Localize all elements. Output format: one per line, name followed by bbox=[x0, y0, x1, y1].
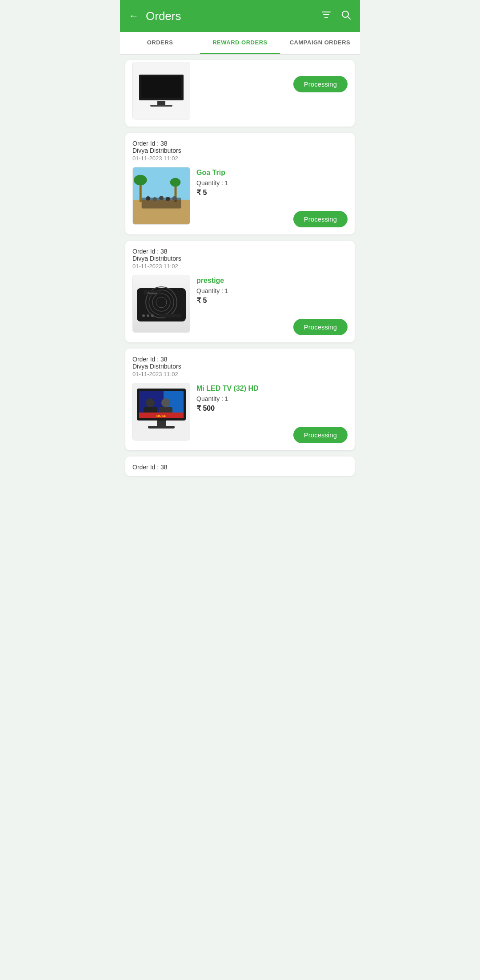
processing-status-badge: Processing bbox=[293, 76, 348, 92]
product-info-mitv: Mi LED TV (32) HD Quantity : 1 ₹ 500 Pro… bbox=[196, 383, 348, 443]
product-price: ₹ 5 bbox=[196, 296, 348, 305]
order-meta: Order Id : 38 Divya Distributors 01-11-2… bbox=[132, 248, 348, 270]
product-info-prestige: prestige Quantity : 1 ₹ 5 Processing bbox=[196, 275, 348, 335]
tab-orders[interactable]: ORDERS bbox=[120, 32, 200, 54]
order-distributor: Divya Distributors bbox=[132, 147, 348, 154]
order-date: 01-11-2023 11:02 bbox=[132, 371, 348, 377]
processing-status-badge: Processing bbox=[293, 427, 348, 443]
order-footer: Processing bbox=[196, 202, 348, 227]
order-id: Order Id : 38 bbox=[132, 140, 348, 147]
order-footer: Processing bbox=[196, 67, 348, 92]
svg-rect-39 bbox=[148, 426, 175, 429]
page-title: Orders bbox=[146, 9, 181, 23]
product-info-goa: Goa Trip Quantity : 1 ₹ 5 Processing bbox=[196, 167, 348, 227]
product-price: ₹ 5 bbox=[196, 188, 348, 197]
svg-text:Prestige: Prestige bbox=[148, 292, 158, 294]
back-button[interactable]: ← bbox=[129, 10, 139, 22]
product-name: Goa Trip bbox=[196, 169, 348, 177]
svg-point-8 bbox=[134, 175, 147, 186]
product-info: Processing bbox=[196, 62, 348, 92]
order-card-bottom-partial: Order Id : 38 bbox=[125, 456, 355, 476]
processing-status-badge: Processing bbox=[293, 211, 348, 227]
svg-point-16 bbox=[172, 196, 177, 201]
svg-rect-25 bbox=[159, 314, 181, 317]
order-date: 01-11-2023 11:02 bbox=[132, 263, 348, 270]
product-image-goa bbox=[132, 167, 190, 225]
svg-point-15 bbox=[166, 197, 170, 201]
order-body: Prestige prestige Quantity : 1 ₹ 5 Proce… bbox=[132, 275, 348, 335]
header-icons bbox=[321, 9, 351, 23]
product-quantity: Quantity : 1 bbox=[196, 395, 348, 402]
order-body: Processing bbox=[132, 60, 348, 119]
svg-point-22 bbox=[142, 314, 145, 317]
product-image-mitv: BUSE bbox=[132, 383, 190, 440]
product-image bbox=[132, 62, 190, 119]
svg-point-23 bbox=[147, 314, 149, 317]
order-card-partial-top: Processing bbox=[125, 60, 355, 127]
processing-status-badge: Processing bbox=[293, 319, 348, 335]
order-footer: Processing bbox=[196, 310, 348, 335]
order-meta: Order Id : 38 Divya Distributors 01-11-2… bbox=[132, 140, 348, 162]
order-id: Order Id : 38 bbox=[132, 248, 348, 255]
product-name: prestige bbox=[196, 277, 348, 285]
svg-line-4 bbox=[348, 17, 351, 20]
svg-point-12 bbox=[146, 196, 151, 201]
svg-point-13 bbox=[152, 197, 157, 202]
order-body: BUSE Mi LED TV (32) HD Quantity : 1 ₹ 50… bbox=[132, 383, 348, 443]
order-distributor: Divya Distributors bbox=[132, 363, 348, 370]
svg-point-32 bbox=[146, 398, 155, 407]
product-name: Mi LED TV (32) HD bbox=[196, 385, 348, 393]
order-body: Goa Trip Quantity : 1 ₹ 5 Processing bbox=[132, 167, 348, 227]
tab-campaign-orders[interactable]: CAMPAIGN ORDERS bbox=[280, 32, 360, 54]
svg-point-10 bbox=[170, 178, 181, 187]
product-quantity: Quantity : 1 bbox=[196, 179, 348, 186]
svg-point-14 bbox=[159, 196, 164, 200]
tab-reward-orders[interactable]: REWARD ORDERS bbox=[200, 32, 280, 54]
order-footer: Processing bbox=[196, 418, 348, 443]
order-card-goa: Order Id : 38 Divya Distributors 01-11-2… bbox=[125, 133, 355, 234]
order-card-prestige: Order Id : 38 Divya Distributors 01-11-2… bbox=[125, 241, 355, 342]
svg-rect-38 bbox=[157, 421, 166, 426]
header-left: ← Orders bbox=[129, 9, 181, 23]
svg-point-33 bbox=[161, 398, 170, 407]
order-distributor: Divya Distributors bbox=[132, 255, 348, 262]
product-price: ₹ 500 bbox=[196, 404, 348, 413]
svg-point-24 bbox=[151, 314, 154, 317]
order-meta: Order Id : 38 Divya Distributors 01-11-2… bbox=[132, 356, 348, 377]
product-quantity: Quantity : 1 bbox=[196, 287, 348, 294]
order-card-mitv: Order Id : 38 Divya Distributors 01-11-2… bbox=[125, 349, 355, 450]
filter-icon[interactable] bbox=[321, 9, 332, 23]
order-date: 01-11-2023 11:02 bbox=[132, 155, 348, 162]
order-id-partial: Order Id : 38 bbox=[132, 464, 348, 471]
order-id: Order Id : 38 bbox=[132, 356, 348, 363]
app-header: ← Orders bbox=[120, 0, 360, 32]
search-icon[interactable] bbox=[340, 9, 351, 23]
svg-text:BUSE: BUSE bbox=[156, 414, 167, 418]
orders-list: Processing Order Id : 38 Divya Distribut… bbox=[120, 55, 360, 481]
product-image-prestige: Prestige bbox=[132, 275, 190, 333]
tab-bar: ORDERS REWARD ORDERS CAMPAIGN ORDERS bbox=[120, 32, 360, 55]
